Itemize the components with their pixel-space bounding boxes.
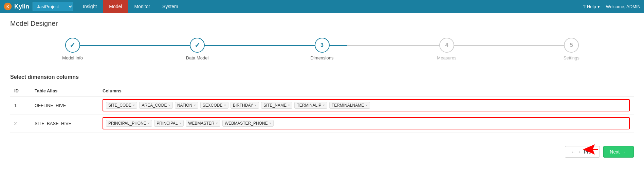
- tag-label: BIRTHDAY: [233, 103, 253, 108]
- project-dropdown[interactable]: JastProject: [33, 2, 73, 11]
- step-4: 4 Measures: [384, 38, 509, 60]
- step-1-circle: ✓: [65, 38, 80, 53]
- col-header-id: ID: [10, 86, 31, 96]
- dimension-tag: PRINCIPAL_PHONE×: [106, 120, 152, 127]
- tag-label: PRINCIPAL_PHONE: [108, 121, 146, 126]
- col-header-columns: Columns: [98, 86, 634, 96]
- welcome-text: Welcome, ADMIN: [606, 4, 641, 9]
- nav-item-model[interactable]: Model: [103, 0, 128, 13]
- dimension-tag: NATION×: [175, 102, 198, 109]
- tag-close-icon[interactable]: ×: [168, 103, 170, 107]
- tag-label: TERMINALIP: [297, 103, 321, 108]
- next-label: Next →: [610, 149, 626, 155]
- brand: K Kylin: [3, 2, 29, 11]
- nav-item-system[interactable]: System: [156, 0, 184, 13]
- tag-label: PRINCIPAL: [157, 121, 178, 126]
- tag-close-icon[interactable]: ×: [194, 103, 196, 107]
- step-4-circle: 4: [439, 38, 454, 53]
- tag-close-icon[interactable]: ×: [288, 103, 290, 107]
- dimensions-table: ID Table Alias Columns 1OFFLINE_HIVESITE…: [10, 86, 634, 132]
- project-selector[interactable]: JastProject: [33, 2, 73, 11]
- row-table-alias: OFFLINE_HIVE: [31, 96, 98, 114]
- step-3: 3 Dimensions: [260, 38, 384, 60]
- step-3-label: Dimensions: [311, 55, 334, 60]
- tag-close-icon[interactable]: ×: [148, 121, 150, 125]
- tag-label: SITE_CODE: [108, 103, 131, 108]
- tag-label: NATION: [177, 103, 192, 108]
- step-5: 5 Settings: [509, 38, 634, 60]
- help-chevron-icon: ▾: [597, 4, 600, 9]
- stepper: ✓ Model Info ✓ Data Model 3 Dimensions 4…: [10, 38, 634, 60]
- dimension-tag: TERMINALIP×: [294, 102, 327, 109]
- tag-close-icon[interactable]: ×: [255, 103, 257, 107]
- next-button[interactable]: Next →: [603, 146, 634, 158]
- table-row: 2SITE_BASE_HIVEPRINCIPAL_PHONE×PRINCIPAL…: [10, 114, 634, 132]
- step-2-circle: ✓: [190, 38, 205, 53]
- step-2: ✓ Data Model: [135, 38, 259, 60]
- row-id: 2: [10, 114, 31, 132]
- page-title: Model Designer: [10, 20, 634, 28]
- row-columns-cell: SITE_CODE×AREA_CODE×NATION×SEXCODE×BIRTH…: [98, 96, 634, 114]
- dimension-tag: AREA_CODE×: [139, 102, 172, 109]
- row-id: 1: [10, 96, 31, 114]
- navbar: K Kylin JastProject Insight Model Monito…: [0, 0, 644, 13]
- dimension-tag: SITE_CODE×: [106, 102, 137, 109]
- tag-close-icon[interactable]: ×: [133, 103, 135, 107]
- step-1-label: Model Info: [62, 55, 83, 60]
- help-icon: ?: [583, 4, 586, 9]
- step-2-label: Data Model: [186, 55, 208, 60]
- help-button[interactable]: ? Help ▾: [583, 4, 600, 9]
- red-arrow-icon: [579, 143, 600, 157]
- step-2-check-icon: ✓: [195, 41, 200, 49]
- dimension-tag: BIRTHDAY×: [231, 102, 259, 109]
- tag-label: AREA_CODE: [142, 103, 167, 108]
- tag-label: WEBMASTER_PHONE: [225, 121, 268, 126]
- dimension-tag: WEBMASTER×: [186, 120, 220, 127]
- top-nav: Insight Model Monitor System: [77, 0, 184, 13]
- section-title: Select dimension columns: [10, 74, 634, 80]
- tag-close-icon[interactable]: ×: [323, 103, 325, 107]
- step-4-number: 4: [445, 42, 448, 48]
- nav-item-insight[interactable]: Insight: [77, 0, 103, 13]
- step-3-circle: 3: [315, 38, 330, 53]
- main-content: Model Designer ✓ Model Info ✓ Data Model…: [0, 13, 644, 139]
- svg-marker-2: [583, 144, 598, 155]
- tag-close-icon[interactable]: ×: [216, 121, 218, 125]
- step-5-number: 5: [570, 42, 573, 48]
- table-row: 1OFFLINE_HIVESITE_CODE×AREA_CODE×NATION×…: [10, 96, 634, 114]
- brand-name: Kylin: [14, 3, 29, 10]
- tag-close-icon[interactable]: ×: [269, 121, 271, 125]
- tag-close-icon[interactable]: ×: [365, 103, 367, 107]
- col-header-alias: Table Alias: [31, 86, 98, 96]
- dimension-tag: WEBMASTER_PHONE×: [222, 120, 274, 127]
- prev-arrow-icon: ←: [571, 149, 576, 155]
- step-5-label: Settings: [564, 55, 579, 60]
- footer-bar: ← ← Prev Next →: [0, 139, 644, 164]
- dim-table-body: 1OFFLINE_HIVESITE_CODE×AREA_CODE×NATION×…: [10, 96, 634, 132]
- dimension-tag: SEXCODE×: [200, 102, 228, 109]
- dimension-tag: PRINCIPAL×: [154, 120, 184, 127]
- nav-item-monitor[interactable]: Monitor: [128, 0, 156, 13]
- dimension-tag: SITE_NAME×: [261, 102, 292, 109]
- tag-label: WEBMASTER: [188, 121, 214, 126]
- row-columns-cell: PRINCIPAL_PHONE×PRINCIPAL×WEBMASTER×WEBM…: [98, 114, 634, 132]
- step-1-check-icon: ✓: [70, 41, 75, 49]
- tag-label: SEXCODE: [203, 103, 223, 108]
- step-5-circle: 5: [564, 38, 579, 53]
- tag-area[interactable]: SITE_CODE×AREA_CODE×NATION×SEXCODE×BIRTH…: [103, 99, 630, 111]
- tag-area[interactable]: PRINCIPAL_PHONE×PRINCIPAL×WEBMASTER×WEBM…: [103, 117, 630, 129]
- help-label: Help: [587, 4, 596, 9]
- dimension-tag: TERMINALNAME×: [329, 102, 370, 109]
- tag-close-icon[interactable]: ×: [224, 103, 226, 107]
- row-table-alias: SITE_BASE_HIVE: [31, 114, 98, 132]
- svg-text:K: K: [6, 4, 10, 8]
- tag-close-icon[interactable]: ×: [179, 121, 181, 125]
- step-1: ✓ Model Info: [10, 38, 135, 60]
- brand-logo-icon: K: [3, 2, 12, 11]
- step-4-label: Measures: [437, 55, 456, 60]
- navbar-right: ? Help ▾ Welcome, ADMIN: [583, 4, 641, 9]
- tag-label: TERMINALNAME: [332, 103, 364, 108]
- tag-label: SITE_NAME: [263, 103, 287, 108]
- step-3-number: 3: [320, 42, 324, 48]
